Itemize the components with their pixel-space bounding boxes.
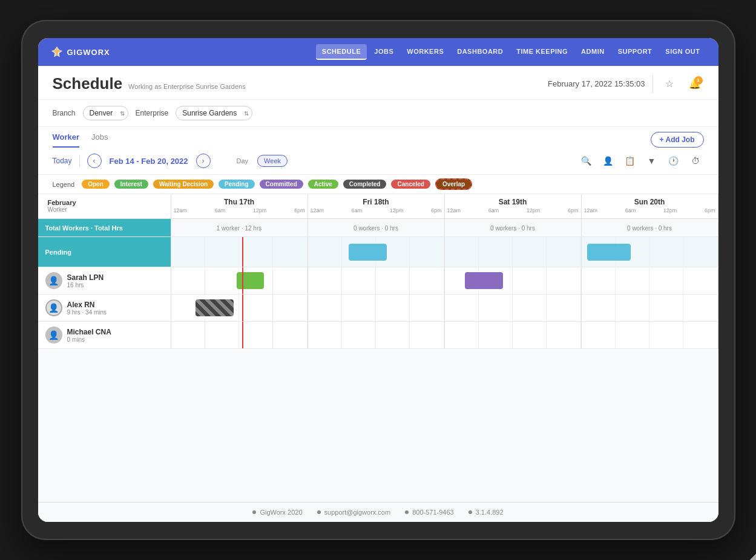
today-button[interactable]: Today (53, 157, 72, 165)
sat-header: Sat 19th 12am6am12pm6pm (445, 194, 582, 218)
legend-row: Legend Open Interest Waiting Decision Pe… (38, 175, 718, 194)
next-week-button[interactable]: › (196, 154, 211, 168)
row-sarah: 👤 Sarah LPN 16 hrs (38, 267, 718, 295)
sarah-avatar: 👤 (45, 272, 62, 289)
sun-header: Sun 20th 12am6am12pm6pm (582, 194, 718, 218)
view-toggle: Day Week (230, 155, 288, 167)
alex-shift-thu[interactable] (196, 299, 234, 316)
nav-signout[interactable]: SIGN OUT (659, 44, 706, 60)
totals-sat: 0 workers · 0 hrs (445, 219, 582, 236)
legend-waiting: Waiting Decision (153, 180, 214, 189)
nav-dashboard[interactable]: DASHBOARD (451, 44, 509, 60)
top-nav: GIGWORX SCHEDULE JOBS WORKERS DASHBOARD … (38, 38, 718, 66)
footer-item-3: 3.1.4.892 (468, 509, 504, 516)
nav-jobs[interactable]: JOBS (368, 44, 399, 60)
michael-name: Michael CNA (67, 328, 111, 336)
page-title: Schedule (53, 74, 123, 93)
enterprise-select[interactable]: Sunrise Gardens (176, 106, 252, 120)
shift-pending-fri[interactable] (349, 244, 387, 261)
logo: GIGWORX (50, 45, 110, 59)
page-subtitle: Working as Enterprise Sunrise Gardens (128, 83, 246, 90)
date-nav: ‹ Feb 14 - Feb 20, 2022 › (87, 154, 211, 168)
pending-sun (582, 237, 718, 267)
tab-worker[interactable]: Worker (53, 132, 80, 148)
sarah-shift-thu-active[interactable] (237, 272, 264, 289)
sarah-name: Sarah LPN (67, 273, 104, 282)
add-job-button[interactable]: + Add Job (651, 132, 704, 148)
timer-tool-button[interactable]: ⏱ (687, 152, 704, 169)
calendar-area: February Worker Thu 17th 12am6am12pm6pm … (38, 194, 718, 502)
fri-header: Fri 18th 12am6am12pm6pm (308, 194, 445, 218)
alex-thu (171, 295, 308, 321)
michael-sat (445, 322, 582, 348)
header-divider (652, 75, 653, 93)
pending-row: Pending (38, 237, 718, 267)
current-time-line (242, 237, 243, 267)
enterprise-label: Enterprise (136, 109, 169, 117)
totals-worker-cell: Total Workers · Total Hrs (38, 219, 171, 236)
footer-item-0: GigWorx 2020 (252, 509, 302, 516)
notification-badge: 1 (694, 76, 703, 85)
day-view-button[interactable]: Day (230, 155, 255, 167)
pending-sat (445, 237, 582, 267)
date-range-display: Feb 14 - Feb 20, 2022 (107, 157, 191, 166)
nav-support[interactable]: SUPPORT (612, 44, 659, 60)
list-tool-button[interactable]: 📋 (622, 152, 639, 169)
calendar-header: February Worker Thu 17th 12am6am12pm6pm … (38, 194, 718, 219)
alex-worker-cell: 👤 Alex RN 9 hrs · 34 mins (38, 295, 171, 321)
legend-overlap: Overlap (435, 178, 472, 190)
filters-bar: Branch Denver Enterprise Sunrise Gardens (38, 100, 718, 127)
sarah-shift-sat[interactable] (465, 272, 503, 289)
alex-avatar: 👤 (45, 299, 62, 316)
thu-header: Thu 17th 12am6am12pm6pm (171, 194, 308, 218)
datetime-display: February 17, 2022 15:35:03 (548, 79, 645, 88)
michael-avatar: 👤 (45, 327, 62, 343)
nav-admin[interactable]: ADMIN (575, 44, 611, 60)
notification-button[interactable]: 🔔 1 (686, 75, 704, 93)
alex-sat (445, 295, 582, 321)
search-tool-button[interactable]: 🔍 (578, 152, 595, 169)
footer-dot-0 (252, 510, 256, 514)
prev-week-button[interactable]: ‹ (87, 154, 102, 168)
sarah-worker-cell: 👤 Sarah LPN 16 hrs (38, 267, 171, 294)
sarah-hours: 16 hrs (67, 282, 104, 288)
tab-jobs[interactable]: Jobs (91, 132, 108, 148)
week-view-button[interactable]: Week (257, 155, 288, 167)
branch-select[interactable]: Denver (83, 106, 128, 120)
pending-fri (308, 237, 445, 267)
michael-worker-cell: 👤 Michael CNA 0 mins (38, 322, 171, 348)
calendar-controls: Today ‹ Feb 14 - Feb 20, 2022 › Day Week… (38, 148, 718, 175)
sarah-thu (171, 267, 308, 294)
tabs: Worker Jobs (53, 132, 108, 148)
branch-label: Branch (53, 109, 76, 117)
legend-canceled: Canceled (391, 180, 430, 189)
legend-committed: Committed (260, 180, 303, 189)
page-title-area: Schedule Working as Enterprise Sunrise G… (53, 74, 246, 93)
calendar-tools: 🔍 👤 📋 ▼ 🕐 ⏱ (578, 152, 704, 169)
favorite-button[interactable]: ☆ (660, 75, 679, 93)
footer-dot-2 (405, 510, 409, 514)
nav-schedule[interactable]: SCHEDULE (316, 44, 367, 60)
header-right: February 17, 2022 15:35:03 ☆ 🔔 1 (548, 75, 703, 93)
clock-tool-button[interactable]: 🕐 (665, 152, 682, 169)
user-tool-button[interactable]: 👤 (600, 152, 617, 169)
page-content: Schedule Working as Enterprise Sunrise G… (38, 66, 718, 522)
row-alex: 👤 Alex RN 9 hrs · 34 mins (38, 295, 718, 322)
nav-timekeeping[interactable]: TIME KEEPING (510, 44, 574, 60)
michael-fri (308, 322, 445, 348)
sarah-fri (308, 267, 445, 294)
sarah-sat (445, 267, 582, 294)
shift-pending-sun[interactable] (587, 244, 631, 261)
branch-select-wrapper: Denver (83, 106, 128, 120)
footer-dot-3 (468, 510, 472, 514)
michael-hours: 0 mins (67, 336, 111, 343)
michael-sun (582, 322, 718, 348)
row-michael: 👤 Michael CNA 0 mins (38, 322, 718, 349)
sarah-sun (582, 267, 718, 294)
legend-label: Legend (53, 181, 75, 188)
nav-workers[interactable]: WORKERS (401, 44, 450, 60)
page-footer: GigWorx 2020 support@gigworx.com 800-571… (38, 502, 718, 522)
legend-active: Active (308, 180, 338, 189)
alex-sun (582, 295, 718, 321)
filter-tool-button[interactable]: ▼ (643, 152, 660, 169)
